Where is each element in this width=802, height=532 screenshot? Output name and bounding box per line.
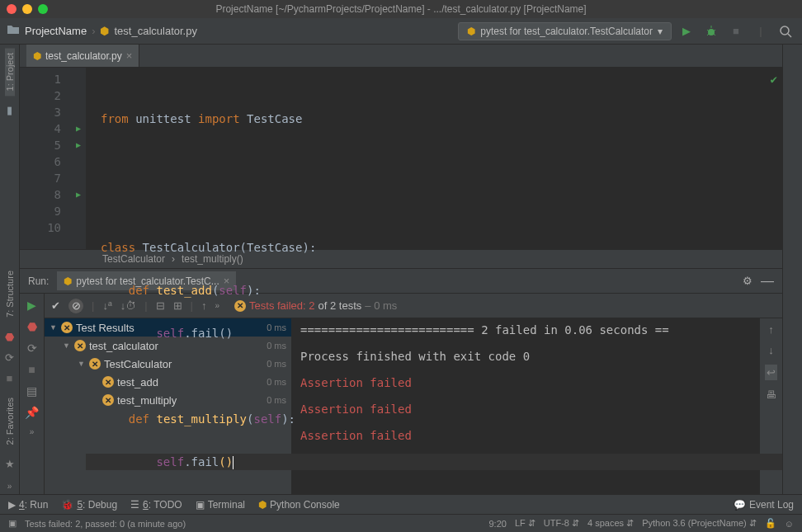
encoding-selector[interactable]: UTF-8 ⇵ bbox=[544, 518, 579, 529]
tab-label: test_calculator.py bbox=[45, 50, 122, 62]
line-separator-selector[interactable]: LF ⇵ bbox=[515, 518, 535, 529]
project-tool-tab[interactable]: 1: Project bbox=[5, 48, 15, 96]
tool-window-toggle-icon[interactable]: ▣ bbox=[8, 518, 17, 529]
svg-point-0 bbox=[708, 29, 715, 35]
concurrency-icon: ⟳ bbox=[5, 351, 14, 364]
expand-arrow-icon[interactable]: ▼ bbox=[78, 360, 86, 368]
line-number[interactable]: 9 bbox=[20, 203, 86, 219]
chevron-down-icon: ▾ bbox=[658, 26, 663, 37]
stop-button: ■ bbox=[726, 21, 746, 41]
indent-selector[interactable]: 4 spaces ⇵ bbox=[587, 518, 634, 529]
project-icon: ▮ bbox=[7, 104, 12, 116]
event-log-button[interactable]: 💬 Event Log bbox=[734, 499, 794, 511]
run-label: Run: bbox=[28, 275, 49, 287]
editor-tabs: ⬢ test_calculator.py × bbox=[20, 45, 782, 68]
layout-button[interactable]: ▤ bbox=[26, 384, 37, 398]
inspection-ok-icon[interactable]: ✔ bbox=[771, 73, 777, 86]
search-button[interactable] bbox=[776, 21, 795, 41]
file-name[interactable]: test_calculator.py bbox=[114, 25, 196, 37]
rerun-button[interactable]: ▶ bbox=[27, 299, 36, 312]
python-icon: ⬢ bbox=[258, 499, 267, 511]
favorites-tool-tab[interactable]: 2: Favorites bbox=[5, 393, 15, 450]
editor-tab-test-calculator[interactable]: ⬢ test_calculator.py × bbox=[26, 45, 139, 67]
balloon-icon: 💬 bbox=[734, 499, 746, 511]
debug-button[interactable] bbox=[701, 21, 721, 41]
todo-tool-button[interactable]: ☰ 6: TODO bbox=[130, 499, 182, 511]
interpreter-selector[interactable]: Python 3.6 (ProjectName) ⇵ bbox=[642, 518, 757, 529]
show-ignored-toggle[interactable]: ⊘ bbox=[68, 299, 83, 313]
more-icon[interactable]: » bbox=[7, 478, 12, 494]
cursor-position[interactable]: 9:20 bbox=[488, 519, 506, 529]
run-action-bar: ▶ ⬣ ⟳ ■ ▤ 📌 » bbox=[20, 294, 45, 494]
rerun-failed-button[interactable]: ⬣ bbox=[27, 320, 37, 333]
hector-icon[interactable]: ☺ bbox=[785, 519, 794, 529]
run-tool-button[interactable]: ▶ 4: Run bbox=[8, 499, 48, 511]
star-icon: ★ bbox=[5, 458, 15, 470]
python-file-icon: ⬢ bbox=[100, 25, 109, 37]
line-number[interactable]: 10 bbox=[20, 219, 86, 236]
line-number[interactable]: 1 bbox=[20, 71, 86, 87]
run-config-selector[interactable]: ⬢ pytest for test_calculator.TestCalcula… bbox=[458, 22, 672, 40]
more-button[interactable]: » bbox=[30, 427, 35, 436]
line-number[interactable]: 3 bbox=[20, 104, 86, 120]
divider: | bbox=[751, 21, 771, 41]
bottom-tool-bar: ▶ 4: Run 🐞 5: Debug ☰ 6: TODO ▣ Terminal… bbox=[0, 494, 802, 514]
pin-button[interactable]: 📌 bbox=[25, 406, 39, 419]
list-icon: ☰ bbox=[130, 499, 139, 511]
left-tool-gutter: 1: Project ▮ 7: Structure ⬣ ⟳ ■ 2: Favor… bbox=[0, 45, 20, 494]
line-number[interactable]: 6 bbox=[20, 153, 86, 170]
text-caret bbox=[233, 456, 234, 469]
expand-arrow-icon[interactable]: ▼ bbox=[63, 341, 71, 350]
navigation-bar: ProjectName › ⬢ test_calculator.py ⬢ pyt… bbox=[0, 18, 802, 45]
python-icon: ⬢ bbox=[64, 275, 72, 287]
debug-tool-button[interactable]: 🐞 5: Debug bbox=[61, 499, 117, 511]
status-message: Tests failed: 2, passed: 0 (a minute ago… bbox=[25, 519, 186, 529]
right-tool-gutter bbox=[782, 45, 802, 494]
code-editor[interactable]: 1 2 3 4 5 6 7 8 9 10 ✔ from unittest imp… bbox=[20, 68, 782, 249]
window-minimize-button[interactable] bbox=[22, 4, 32, 14]
window-title: ProjectName [~/PycharmProjects/ProjectNa… bbox=[215, 3, 586, 15]
terminal-icon: ▣ bbox=[196, 499, 205, 511]
bug-icon: 🐞 bbox=[61, 499, 73, 511]
run-icon: ▶ bbox=[8, 499, 16, 511]
fail-status-icon: ✕ bbox=[74, 340, 86, 351]
line-number-runnable[interactable]: 8 bbox=[20, 186, 86, 203]
run-config-label: pytest for test_calculator.TestCalculato… bbox=[480, 26, 653, 37]
line-number-runnable[interactable]: 5 bbox=[20, 137, 86, 153]
structure-tool-tab[interactable]: 7: Structure bbox=[5, 266, 15, 322]
stop-square-icon: ■ bbox=[7, 372, 13, 384]
stop-button[interactable]: ■ bbox=[28, 363, 35, 376]
line-number[interactable]: 2 bbox=[20, 87, 86, 104]
code-area[interactable]: ✔ from unittest import TestCase class Te… bbox=[86, 68, 782, 249]
status-bar: ▣ Tests failed: 2, passed: 0 (a minute a… bbox=[0, 514, 802, 532]
show-passed-toggle[interactable]: ✔ bbox=[51, 299, 60, 312]
svg-point-1 bbox=[781, 26, 789, 35]
python-file-icon: ⬢ bbox=[33, 50, 41, 62]
structure-icon: ⬣ bbox=[5, 331, 14, 343]
python-icon: ⬢ bbox=[467, 26, 475, 37]
terminal-tool-button[interactable]: ▣ Terminal bbox=[196, 499, 245, 511]
run-button[interactable]: ▶ bbox=[677, 21, 696, 41]
window-close-button[interactable] bbox=[7, 4, 17, 14]
folder-icon bbox=[7, 24, 20, 38]
expand-arrow-icon[interactable]: ▼ bbox=[50, 323, 58, 332]
window-maximize-button[interactable] bbox=[38, 4, 48, 14]
breadcrumb-separator: › bbox=[92, 25, 95, 37]
python-console-tool-button[interactable]: ⬢ Python Console bbox=[258, 499, 340, 511]
toggle-auto-test-button[interactable]: ⟳ bbox=[27, 341, 37, 355]
lock-icon[interactable]: 🔓 bbox=[765, 518, 776, 529]
project-name[interactable]: ProjectName bbox=[25, 25, 87, 37]
window-titlebar: ProjectName [~/PycharmProjects/ProjectNa… bbox=[0, 0, 802, 18]
line-number-runnable[interactable]: 4 bbox=[20, 120, 86, 137]
line-number[interactable]: 7 bbox=[20, 170, 86, 186]
fail-status-icon: ✕ bbox=[61, 322, 73, 333]
line-number-gutter[interactable]: 1 2 3 4 5 6 7 8 9 10 bbox=[20, 68, 86, 249]
tab-close-button[interactable]: × bbox=[126, 49, 133, 62]
